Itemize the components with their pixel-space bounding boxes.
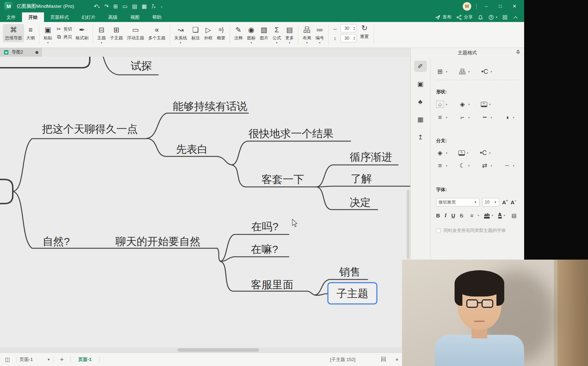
branch-fill-button[interactable]: ◈▼ xyxy=(436,150,448,156)
new-file-icon[interactable]: ⊞ xyxy=(113,4,118,9)
mindmap-node-are-you-there-1[interactable]: 在吗? xyxy=(251,221,279,232)
mindmap-node-subtopic[interactable]: 子主题 xyxy=(336,288,368,299)
menu-tab-advanced[interactable]: 高级 xyxy=(102,12,124,22)
increase-font-button[interactable]: A+ xyxy=(502,199,508,205)
more-button[interactable]: ▤ 更多 ▼ xyxy=(283,24,296,45)
font-size-select[interactable]: 10 ▼ xyxy=(482,198,499,206)
maximize-button[interactable]: □ xyxy=(496,4,505,9)
branch-curve-button[interactable]: ☾▼ xyxy=(458,162,470,169)
vertical-scrollbar-thumb[interactable] xyxy=(407,190,410,259)
mindmap-node-confess-first[interactable]: 先表白 xyxy=(176,143,208,155)
italic-button[interactable]: I xyxy=(445,212,447,218)
stepper-arrows-icon[interactable]: ▲▼ xyxy=(353,26,356,30)
reset-button[interactable]: ↻ 重置 xyxy=(357,22,372,48)
font-family-select[interactable]: 微软雅黑 ▼ xyxy=(436,198,479,206)
menu-tab-home[interactable]: 开始 xyxy=(22,12,44,22)
mindmap-node-natural[interactable]: 自然? xyxy=(43,235,70,247)
dash-style-button[interactable]: ┅▼ xyxy=(481,114,493,121)
minimize-button[interactable]: – xyxy=(482,4,491,9)
text-box-icon[interactable]: ▤ xyxy=(510,213,518,218)
mindmap-node-customer-service[interactable]: 客服里面 xyxy=(251,279,293,290)
active-page-tab[interactable]: 页面-1 xyxy=(73,356,97,363)
cut-button[interactable]: ✂ 剪切 xyxy=(56,26,72,32)
horizontal-scrollbar[interactable] xyxy=(0,348,410,353)
layout-button[interactable]: 品 布局 ▼ xyxy=(301,24,313,45)
help-button[interactable]: ▾ xyxy=(488,15,497,20)
mindmap-canvas[interactable]: 试探 把这个天聊得久一点 能够持续有话说 先表白 很快地求一个结果 客套一下 循… xyxy=(0,57,410,348)
comment-button[interactable]: ✎ 注释 xyxy=(232,24,245,42)
page-selector[interactable]: 页面-1 ▼ xyxy=(20,356,50,363)
mindmap-node-are-you-there-2[interactable]: 在嘛? xyxy=(251,243,278,255)
unsaved-dot-icon[interactable] xyxy=(35,51,38,54)
corner-style-button[interactable]: ⌐▼ xyxy=(458,114,470,121)
mindmap-mode-button[interactable]: ⌘ 思维导图 xyxy=(3,24,24,42)
topic-button[interactable]: ⊟ 主题 ▼ xyxy=(95,24,108,45)
mindmap-node-quick-result[interactable]: 很快地求一个结果 xyxy=(248,128,334,139)
mindmap-node-step-by-step[interactable]: 循序渐进 xyxy=(350,151,392,163)
vertical-spacing-stepper[interactable]: 30 ▲▼ xyxy=(340,34,357,42)
apps-grid-icon[interactable] xyxy=(502,15,508,20)
style-grid-button[interactable]: ⊞▼ xyxy=(436,68,448,75)
icon-marker-button[interactable]: ◉ 图标 ▼ xyxy=(245,24,258,45)
branch-dash-button[interactable]: ┄▼ xyxy=(503,162,515,169)
user-avatar[interactable]: M xyxy=(463,2,471,11)
formula-button[interactable]: Σ 公式 ▼ xyxy=(270,24,283,45)
bold-button[interactable]: B xyxy=(436,212,440,218)
horizontal-scrollbar-thumb[interactable] xyxy=(177,348,259,352)
center-focus-icon[interactable]: ⌖ xyxy=(396,356,399,363)
theme-tab[interactable]: ▣ xyxy=(414,78,427,90)
floating-topic-button[interactable]: ▭ 浮动主题 xyxy=(125,24,146,42)
menu-tab-view[interactable]: 视图 xyxy=(124,12,146,22)
paste-button[interactable]: ▣ 粘贴 ▼ xyxy=(42,24,54,45)
clipart-tab[interactable]: ♣ xyxy=(414,96,427,107)
apply-all-checkbox[interactable] xyxy=(436,228,441,233)
mindmap-node-decide[interactable]: 决定 xyxy=(350,196,371,208)
add-page-button[interactable]: + xyxy=(56,356,67,364)
branch-connector-button[interactable]: •C▼ xyxy=(479,150,491,156)
highlight-button[interactable]: ab▼ xyxy=(484,212,493,218)
menu-tab-page-style[interactable]: 页面样式 xyxy=(44,12,75,22)
pin-icon[interactable] xyxy=(516,50,521,55)
branch-edit-button[interactable]: ✎▼ xyxy=(458,150,469,156)
subtopic-button[interactable]: ⊞ 子主题 xyxy=(108,24,125,42)
print-icon[interactable]: ▦ xyxy=(142,4,147,9)
picture-button[interactable]: ▧ 图片 xyxy=(258,24,270,42)
branch-arrow-button[interactable]: ⇄▼ xyxy=(481,162,493,169)
font-color-button[interactable]: A▼ xyxy=(498,212,506,218)
save-icon[interactable]: ▤ xyxy=(132,4,137,9)
export-tab[interactable]: ↥ xyxy=(414,132,427,143)
shape-fill-button[interactable]: ◈▼ xyxy=(458,101,470,107)
shadow-button[interactable]: ◑▼ xyxy=(503,114,515,121)
mindmap-node-chat-start-natural[interactable]: 聊天的开始要自然 xyxy=(115,235,200,247)
format-painter-button[interactable]: ✒ 格式刷 xyxy=(73,24,90,42)
numbering-button[interactable]: ≔ 编号 ▼ xyxy=(313,24,326,45)
stepper-arrows-icon[interactable]: ▲▼ xyxy=(353,36,356,40)
shape-select-button[interactable]: ◇▼ xyxy=(436,101,448,108)
relationship-line-button[interactable]: ↝ 关系线 ▼ xyxy=(172,24,189,45)
callout-button[interactable]: ❏ 标注 xyxy=(189,24,202,42)
collapse-ribbon-chevron-icon[interactable] xyxy=(513,15,518,20)
export-icon[interactable]: ⤴▾ xyxy=(152,4,156,9)
mindmap-node-probe[interactable]: 试探 xyxy=(131,60,152,72)
strikethrough-button[interactable]: S xyxy=(460,212,463,218)
mindmap-node-sales[interactable]: 销售 xyxy=(339,266,361,278)
document-tab[interactable]: M 导图2 xyxy=(0,48,42,57)
menu-tab-help[interactable]: 帮助 xyxy=(146,12,168,22)
fit-to-window-icon[interactable]: 回 xyxy=(381,356,386,363)
open-file-icon[interactable]: ▭ xyxy=(122,4,127,9)
share-button[interactable]: 分享 xyxy=(456,14,473,20)
style-brush-tab[interactable]: ✐ xyxy=(414,61,427,72)
shape-edit-button[interactable]: ✎▼ xyxy=(481,102,491,107)
outline-mode-button[interactable]: ≡ 大纲 xyxy=(24,24,37,42)
task-tab[interactable]: ▦ xyxy=(414,114,427,125)
line-weight-button[interactable]: ≡▼ xyxy=(436,114,448,121)
branch-weight-button[interactable]: ≡▼ xyxy=(436,162,448,169)
mindmap-node-understand[interactable]: 了解 xyxy=(351,173,372,184)
underline-button[interactable]: U xyxy=(451,212,455,218)
publish-button[interactable]: 发布 xyxy=(435,14,451,20)
decrease-font-button[interactable]: A− xyxy=(511,199,516,205)
align-button[interactable]: ≡▼ xyxy=(468,213,480,218)
connector-style-button[interactable]: •C▼ xyxy=(481,68,493,75)
summary-button[interactable]: ≡} 概要 xyxy=(215,24,227,42)
menu-tab-file[interactable]: 文件 xyxy=(0,12,22,22)
